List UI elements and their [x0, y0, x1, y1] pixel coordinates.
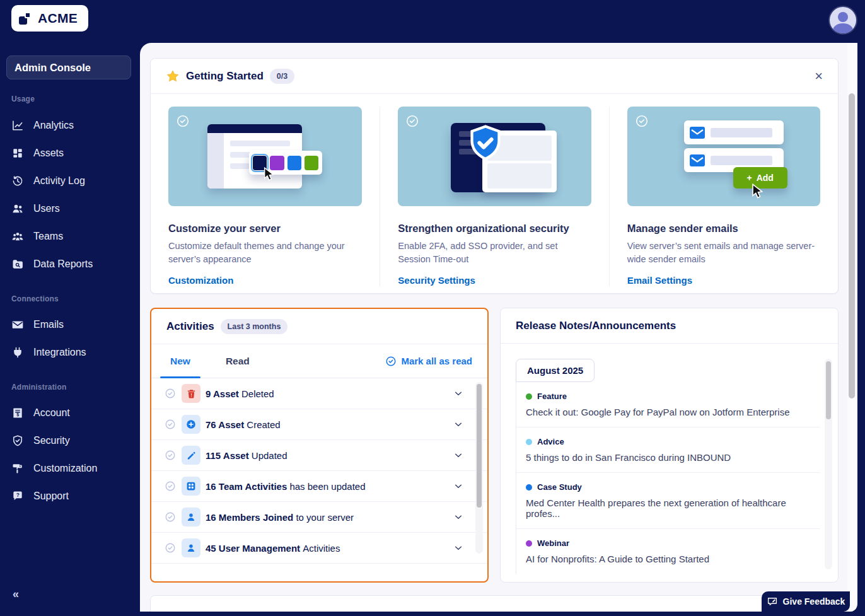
- check-circle-icon: [635, 114, 649, 131]
- activity-row[interactable]: 76 Asset Created: [151, 409, 487, 440]
- activity-count: 9 Asset: [206, 388, 239, 399]
- sidebar-item-label: Support: [33, 491, 69, 502]
- sidebar-item-analytics[interactable]: Analytics: [11, 112, 74, 139]
- close-icon[interactable]: ×: [815, 69, 823, 83]
- sidebar-section-administration: Administration: [11, 383, 66, 392]
- shield-icon: [11, 434, 24, 447]
- release-note-title: Check it out: Google Pay for PayPal now …: [526, 407, 814, 417]
- pencil-icon: [182, 446, 200, 465]
- customization-link[interactable]: Customization: [168, 275, 233, 286]
- sidebar-item-label: Customization: [33, 463, 97, 474]
- chevron-down-icon[interactable]: [453, 419, 463, 429]
- activities-title: Activities: [166, 320, 214, 333]
- customize-illustration: [168, 107, 362, 206]
- release-notes-header: Release Notes/Announcements: [501, 308, 838, 344]
- sidebar-item-emails[interactable]: Emails: [11, 311, 64, 339]
- chevron-down-icon[interactable]: [453, 388, 463, 398]
- sidebar-section-usage: Usage: [11, 95, 35, 103]
- tab-read[interactable]: Read: [222, 356, 253, 367]
- email-settings-link[interactable]: Email Settings: [627, 275, 692, 286]
- svg-text:?: ?: [16, 492, 20, 498]
- mark-read-checkbox[interactable]: [165, 480, 176, 492]
- mark-read-checkbox[interactable]: [165, 450, 176, 461]
- gs-card-security: Strengthen organizational security Enabl…: [380, 107, 608, 286]
- activities-tabs: New Read Mark all as read: [151, 344, 487, 378]
- paint-roller-icon: [11, 462, 24, 475]
- mark-read-checkbox[interactable]: [165, 388, 176, 399]
- mark-all-as-read-button[interactable]: Mark all as read: [385, 356, 472, 367]
- chevron-down-icon[interactable]: [453, 543, 463, 553]
- sidebar-item-data-reports[interactable]: Data Reports: [11, 250, 93, 278]
- sidebar-item-label: Emails: [33, 319, 64, 330]
- avatar-head: [838, 12, 848, 22]
- give-feedback-button[interactable]: Give Feedback: [762, 591, 850, 612]
- sidebar-item-label: Analytics: [33, 120, 74, 131]
- sidebar-item-label: Account: [33, 407, 70, 419]
- bottom-partial-card: [150, 595, 839, 612]
- category-label: Case Study: [537, 482, 582, 492]
- mark-read-checkbox[interactable]: [165, 511, 176, 523]
- activity-count: 76 Asset: [206, 419, 244, 430]
- chevron-down-icon[interactable]: [453, 512, 463, 522]
- emails-illustration: + Add: [627, 107, 820, 206]
- sidebar-item-label: Security: [33, 435, 70, 446]
- sidebar-item-security[interactable]: Security: [11, 427, 70, 455]
- activity-count: 16 Team Activities: [206, 481, 287, 492]
- activity-row[interactable]: 16 Members Joined to your server: [151, 502, 487, 533]
- email-icon: [11, 318, 24, 331]
- activity-row[interactable]: 115 Asset Updated: [151, 440, 487, 471]
- account-invoice-icon: $: [11, 407, 24, 419]
- sidebar-item-label: Teams: [33, 231, 63, 242]
- activity-row[interactable]: 9 Asset Deleted: [151, 378, 487, 409]
- sidebar: ACME Admin Console Usage Analytics Asset…: [0, 0, 140, 616]
- sidebar-section-connections: Connections: [11, 294, 59, 303]
- release-note-entry[interactable]: Webinar AI for Nonprofits: A Guide to Ge…: [516, 529, 820, 574]
- activity-count: 16 Members Joined: [206, 512, 293, 523]
- tab-new[interactable]: New: [166, 356, 194, 367]
- support-chat-icon: ?: [11, 490, 24, 503]
- page-scrollbar[interactable]: [849, 93, 855, 398]
- user-avatar[interactable]: [828, 6, 857, 35]
- release-note-entry[interactable]: Advice 5 things to do in San Francisco d…: [516, 427, 820, 473]
- category-dot: [526, 393, 532, 400]
- mark-read-checkbox[interactable]: [165, 419, 176, 430]
- category-dot: [526, 484, 532, 491]
- chevron-down-icon[interactable]: [453, 450, 463, 460]
- category-label: Advice: [537, 437, 564, 446]
- activity-row[interactable]: 45 User Management Activities: [151, 533, 487, 564]
- sidebar-item-assets[interactable]: Assets: [11, 139, 64, 167]
- brand-logo[interactable]: ACME: [11, 5, 88, 32]
- sidebar-item-teams[interactable]: Teams: [11, 223, 63, 250]
- mark-read-checkbox[interactable]: [165, 542, 176, 554]
- trash-icon: [182, 384, 200, 403]
- sidebar-item-admin-console[interactable]: Admin Console: [6, 55, 131, 79]
- sidebar-item-users[interactable]: Users: [11, 195, 60, 223]
- person-icon: [182, 538, 200, 557]
- security-settings-link[interactable]: Security Settings: [398, 275, 475, 286]
- activities-scrollbar[interactable]: [477, 384, 482, 508]
- sidebar-item-customization[interactable]: Customization: [11, 455, 97, 482]
- release-note-entry[interactable]: Case Study Med Center Health prepares th…: [516, 473, 820, 529]
- plus-circle-icon: [182, 415, 200, 434]
- chevron-down-icon[interactable]: [453, 481, 463, 491]
- release-note-entry[interactable]: Feature Check it out: Google Pay for Pay…: [516, 382, 820, 427]
- sidebar-item-account[interactable]: $ Account: [11, 399, 70, 427]
- sidebar-item-integrations[interactable]: Integrations: [11, 339, 86, 366]
- release-notes-title: Release Notes/Announcements: [516, 320, 676, 332]
- cursor-icon: [263, 167, 276, 183]
- activity-label: Updated: [252, 450, 287, 461]
- category-dot: [526, 439, 532, 445]
- release-notes-scrollbar[interactable]: [826, 361, 831, 419]
- category-label: Webinar: [537, 538, 569, 548]
- filter-badge: Last 3 months: [221, 319, 288, 334]
- activity-row[interactable]: 16 Team Activities has been updated: [151, 471, 487, 502]
- sidebar-item-activity-log[interactable]: Activity Log: [11, 167, 85, 195]
- month-tab[interactable]: August 2025: [516, 359, 595, 382]
- gs-card-customize: Customize your server Customize default …: [151, 107, 380, 286]
- activities-card: Activities Last 3 months New Read Mark a…: [150, 308, 489, 583]
- sidebar-item-label: Data Reports: [33, 259, 93, 270]
- activity-label: Created: [247, 419, 280, 430]
- sidebar-item-support[interactable]: ? Support: [11, 482, 69, 510]
- gs-card-title: Customize your server: [168, 223, 362, 235]
- sidebar-collapse-button[interactable]: «: [13, 588, 19, 601]
